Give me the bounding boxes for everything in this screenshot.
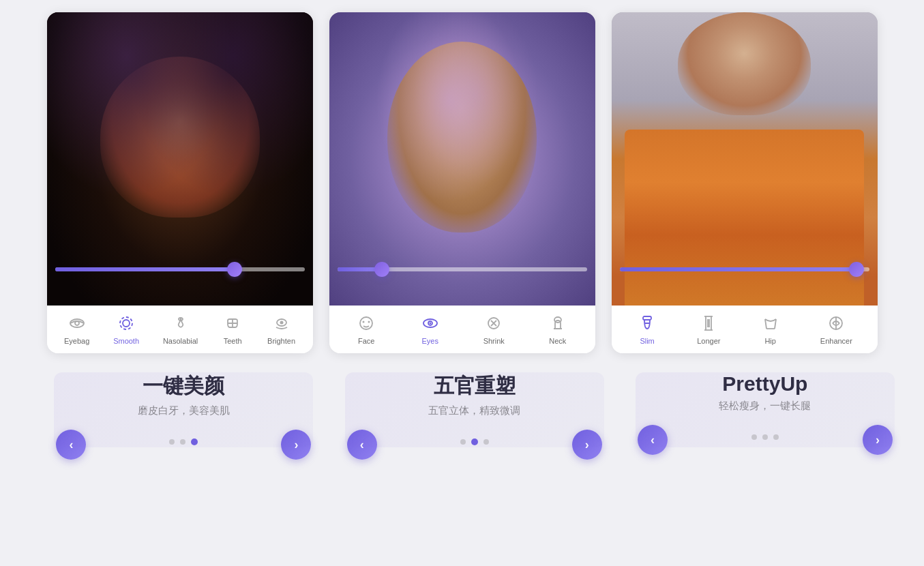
prettyup-slider-thumb[interactable]	[849, 262, 864, 277]
svg-point-0	[70, 319, 84, 327]
reshape-pagination	[460, 438, 489, 445]
reshape-prev-button[interactable]: ‹	[347, 430, 377, 460]
eyebag-label: Eyebag	[64, 337, 89, 345]
brighten-icon	[271, 312, 293, 334]
feature-prettyup-block: PrettyUp 轻松瘦身，一键长腿 ‹ ›	[632, 372, 898, 455]
slim-label: Slim	[640, 337, 654, 345]
smooth-label: Smooth	[113, 337, 139, 345]
beauty-dot-1	[169, 439, 175, 445]
prettyup-slider[interactable]	[620, 267, 869, 271]
svg-point-2	[120, 317, 132, 329]
feature-prettyup-subtitle: 轻松瘦身，一键长腿	[719, 400, 811, 413]
svg-point-10	[363, 321, 365, 323]
reshape-slider[interactable]	[338, 267, 587, 271]
tool-smooth[interactable]: Smooth	[113, 312, 139, 345]
feature-beauty-block: 一键美颜 磨皮白牙，美容美肌 ‹ ›	[50, 372, 316, 460]
teeth-label: Teeth	[224, 337, 242, 345]
portrait-face-dark	[47, 12, 313, 306]
main-container: Eyebag Smooth	[0, 0, 924, 566]
tool-nasolabial[interactable]: Nasolabial	[163, 312, 198, 345]
beauty-pagination	[169, 438, 198, 445]
card-beauty-image	[47, 12, 313, 306]
prettyup-toolbar: Slim Longer	[612, 306, 878, 353]
card-reshape-image	[329, 12, 595, 306]
beauty-next-button[interactable]: ›	[281, 430, 311, 460]
enhancer-label: Enhancer	[820, 337, 852, 345]
svg-rect-17	[643, 316, 651, 320]
card-beauty: Eyebag Smooth	[47, 12, 313, 353]
prettyup-next-button[interactable]: ›	[863, 425, 893, 455]
feature-prettyup-nav: ‹ ›	[632, 425, 898, 455]
smooth-icon	[115, 312, 137, 334]
reshape-dot-1	[460, 439, 466, 445]
eyes-label: Eyes	[422, 337, 438, 345]
portrait-face-orange	[612, 12, 878, 306]
tool-shrink[interactable]: Shrink	[483, 312, 505, 345]
prettyup-slider-track	[620, 267, 857, 271]
enhancer-icon	[825, 312, 847, 334]
tool-teeth[interactable]: Teeth	[222, 312, 243, 345]
tool-slim[interactable]: Slim	[636, 312, 658, 345]
beauty-slider-track	[55, 267, 235, 271]
reshape-slider-thumb[interactable]	[374, 262, 389, 277]
card-prettyup: Slim Longer	[612, 12, 878, 353]
face-label: Face	[358, 337, 374, 345]
prettyup-dot-2	[762, 434, 768, 440]
feature-reshape-title: 五官重塑	[434, 372, 516, 400]
hip-icon	[760, 312, 781, 334]
feature-prettyup-title: PrettyUp	[722, 372, 807, 396]
svg-point-16	[554, 317, 561, 323]
nasolabial-icon	[170, 312, 192, 334]
card-prettyup-image	[612, 12, 878, 306]
reshape-next-button[interactable]: ›	[572, 430, 602, 460]
svg-point-8	[280, 321, 283, 325]
tool-eyes[interactable]: Eyes	[419, 312, 441, 345]
tool-eyebag[interactable]: Eyebag	[64, 312, 89, 345]
face-icon	[355, 312, 377, 334]
prettyup-prev-button[interactable]: ‹	[638, 425, 668, 455]
beauty-slider[interactable]	[55, 267, 305, 271]
svg-point-11	[368, 321, 370, 323]
beauty-prev-button[interactable]: ‹	[56, 430, 86, 460]
reshape-dot-2	[471, 438, 478, 445]
teeth-icon	[222, 312, 243, 334]
feature-beauty-subtitle: 磨皮白牙，美容美肌	[138, 404, 230, 417]
tool-neck[interactable]: Neck	[547, 312, 569, 345]
feature-beauty-nav: ‹ ›	[50, 430, 316, 460]
feature-reshape-block: 五官重塑 五官立体，精致微调 ‹ ›	[342, 372, 608, 460]
longer-label: Longer	[697, 337, 720, 345]
feature-reshape-subtitle: 五官立体，精致微调	[428, 404, 520, 417]
eyebag-icon	[66, 312, 88, 334]
svg-point-3	[123, 320, 130, 327]
beauty-dot-3	[191, 438, 198, 445]
eyes-icon	[419, 312, 441, 334]
tool-hip[interactable]: Hip	[760, 312, 781, 345]
tool-brighten[interactable]: Brighten	[267, 312, 295, 345]
brighten-label: Brighten	[267, 337, 295, 345]
prettyup-dot-3	[773, 434, 779, 440]
tool-longer[interactable]: Longer	[697, 312, 720, 345]
reshape-toolbar: Face Eyes	[329, 306, 595, 353]
cards-section: Eyebag Smooth	[0, 0, 924, 353]
prettyup-dot-1	[751, 434, 757, 440]
reshape-dot-3	[483, 439, 489, 445]
shrink-icon	[483, 312, 505, 334]
prettyup-pagination	[751, 434, 779, 440]
nasolabial-label: Nasolabial	[163, 337, 198, 345]
neck-label: Neck	[549, 337, 566, 345]
beauty-dot-2	[180, 439, 185, 445]
tool-enhancer[interactable]: Enhancer	[820, 312, 852, 345]
feature-reshape-nav: ‹ ›	[342, 430, 608, 460]
tool-face[interactable]: Face	[355, 312, 377, 345]
beauty-slider-thumb[interactable]	[227, 262, 242, 277]
shrink-label: Shrink	[483, 337, 505, 345]
beauty-toolbar: Eyebag Smooth	[47, 306, 313, 353]
portrait-face-purple	[329, 12, 595, 306]
card-reshape: Face Eyes	[329, 12, 595, 353]
longer-icon	[698, 312, 719, 334]
bottom-section: 一键美颜 磨皮白牙，美容美肌 ‹ › 五官重塑 五官立体，精致微调 ‹	[0, 353, 924, 566]
neck-icon	[547, 312, 569, 334]
svg-point-14	[429, 323, 431, 325]
hip-label: Hip	[764, 337, 776, 345]
feature-beauty-title: 一键美颜	[143, 372, 224, 400]
